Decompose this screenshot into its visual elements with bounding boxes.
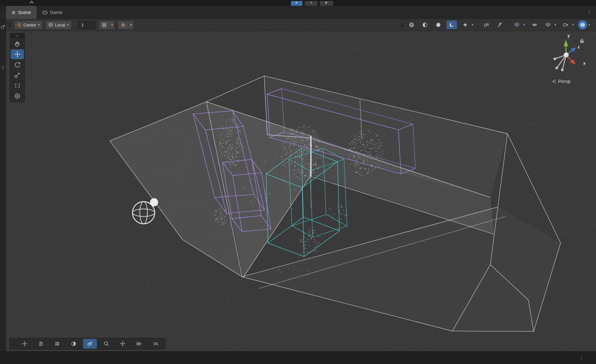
scene-viewport[interactable]: ≡ — [6, 31, 596, 351]
grid-lines-overlay-button[interactable] — [50, 339, 64, 349]
transform-handles-overlay-button[interactable] — [116, 339, 130, 349]
shadows-icon — [435, 22, 441, 28]
room-wall-fills — [110, 76, 561, 331]
scene-grid-icon — [11, 10, 16, 15]
scene-toolbar: ∥ Center ▾ Local ▾ — [6, 19, 596, 31]
play-button-partial[interactable]: ▶ — [291, 1, 303, 6]
contrast-overlay-button[interactable] — [67, 339, 80, 349]
scene-audio-button[interactable] — [447, 21, 457, 29]
collapse-caret-icon[interactable] — [29, 1, 34, 4]
caret-down-icon: ▾ — [522, 23, 526, 26]
snap-increment-button[interactable]: ▾ — [99, 21, 115, 29]
camera-record-overlay-button[interactable] — [132, 339, 146, 349]
shaded-mode-sphere-icon — [409, 22, 414, 28]
grid-snapping-button[interactable]: ▾ — [118, 21, 134, 29]
light-gizmo[interactable] — [132, 198, 158, 224]
tab-scene[interactable]: Scene — [6, 6, 37, 19]
tools-overlay-handle[interactable]: ≡ — [10, 33, 25, 38]
toolbar-separator — [478, 22, 478, 28]
contrast-icon — [71, 341, 77, 347]
hand-tool-button[interactable] — [11, 39, 24, 49]
gamepad-icon — [42, 10, 48, 15]
gizmos-toggle-button[interactable]: ▾ — [578, 20, 591, 29]
rotate-icon — [14, 61, 21, 68]
toolbar-drag-handle[interactable]: ∥ — [9, 23, 11, 27]
tab-game[interactable]: Game — [37, 6, 68, 19]
pivot-mode-dropdown[interactable]: Center ▾ — [14, 21, 43, 29]
camera-disabled-icon — [483, 22, 489, 28]
view-options-drag-handle[interactable]: ∥ — [401, 23, 404, 27]
move-icon — [14, 51, 21, 58]
collapsed-bottom-panel[interactable]: ⋮ — [0, 351, 596, 364]
panel-menu-icon[interactable]: ⋮ — [587, 9, 591, 15]
handle-orientation-dropdown[interactable]: Local ▾ — [45, 21, 72, 29]
gizmo-lock-icon[interactable] — [580, 39, 584, 43]
caret-down-icon: ▾ — [470, 23, 475, 26]
flare-disabled-button[interactable] — [495, 21, 505, 29]
layers-dropdown-button[interactable]: ▾ — [543, 21, 557, 29]
grid-snapping-icon — [121, 23, 126, 27]
shuffle-overlay-button[interactable] — [149, 339, 162, 349]
perspective-icon — [552, 79, 556, 84]
shadows-toggle-button[interactable] — [433, 21, 444, 29]
scene-canvas[interactable] — [6, 31, 596, 351]
move-icon — [22, 341, 27, 347]
step-icon: ▶ — [325, 1, 327, 4]
effects-sparkle-icon — [462, 22, 468, 28]
search-icon — [103, 341, 109, 347]
projection-label: Persp — [558, 79, 570, 84]
bars-handle-icon[interactable]: ‖ — [0, 65, 6, 70]
transform-tool-button[interactable] — [11, 91, 24, 101]
step-button-partial[interactable]: ▶ — [320, 1, 333, 6]
transform-handles-icon — [120, 341, 126, 347]
hierarchy-icon — [38, 341, 44, 347]
left-panel-menu-icon[interactable]: ⋮ — [0, 13, 6, 18]
tab-game-label: Game — [50, 10, 62, 15]
camera-settings-dropdown[interactable]: ▾ — [560, 21, 575, 29]
cube-axis-icon — [48, 23, 53, 27]
overlay-visibility-dropdown[interactable]: ▾ — [512, 21, 526, 29]
light-gizmo-handle[interactable] — [150, 198, 158, 207]
main-toolbar-partial: ▶ ∥ ▶ — [0, 0, 596, 6]
caret-down-icon[interactable]: ▾ — [129, 21, 133, 29]
gizmo-center-handle[interactable] — [564, 53, 569, 58]
scene-visibility-button[interactable] — [529, 21, 540, 29]
projection-switch[interactable]: Persp — [552, 79, 570, 84]
play-icon: ▶ — [296, 1, 298, 4]
pause-button-partial[interactable]: ∥ — [305, 1, 318, 6]
pivot-center-icon — [17, 23, 22, 27]
search-overlay-button[interactable] — [99, 339, 113, 349]
move-tool-button[interactable] — [11, 49, 24, 59]
caret-down-icon: ▾ — [587, 23, 591, 26]
left-edge-panel: ⋮ ∶ ‖ — [0, 6, 6, 351]
flare-disabled-icon — [497, 22, 503, 28]
axis-x-label: x — [583, 61, 586, 66]
scene-visibility-eye-icon — [532, 22, 537, 28]
prefab-boxes-overlay-button[interactable] — [83, 339, 97, 349]
caret-down-icon: ▾ — [38, 23, 40, 26]
grid-size-input[interactable] — [78, 21, 96, 29]
camera-disabled-button[interactable] — [481, 21, 492, 29]
rect-tool-button[interactable] — [11, 81, 24, 91]
effects-dropdown-button[interactable]: ▾ — [460, 21, 475, 29]
bottom-toolbar-drag-handle[interactable]: ∥ — [12, 341, 15, 346]
orientation-gizmo[interactable]: y z x — [540, 31, 596, 80]
pivot-mode-label: Center — [24, 23, 36, 27]
caret-down-icon: ▾ — [571, 23, 575, 26]
bottom-panel-menu-icon[interactable]: ⋮ — [579, 355, 584, 360]
shaded-mode-button[interactable] — [406, 21, 417, 29]
shuffle-icon — [152, 341, 158, 347]
dots-handle-icon[interactable]: ∶ — [0, 34, 6, 38]
axis-z-label: z — [578, 45, 580, 49]
scale-tool-button[interactable] — [11, 70, 24, 80]
negative-axis-tips[interactable] — [553, 58, 564, 71]
rotate-tool-button[interactable] — [11, 60, 24, 70]
scene-lighting-button[interactable] — [420, 21, 430, 29]
prefab-boxes-icon — [87, 341, 93, 347]
caret-down-icon[interactable]: ▾ — [110, 21, 114, 29]
camera-settings-icon — [563, 22, 569, 28]
caret-down-icon: ▾ — [67, 23, 69, 26]
layers-icon — [545, 22, 551, 28]
move-overlay-button[interactable] — [18, 339, 31, 349]
hierarchy-overlay-button[interactable] — [34, 339, 48, 349]
